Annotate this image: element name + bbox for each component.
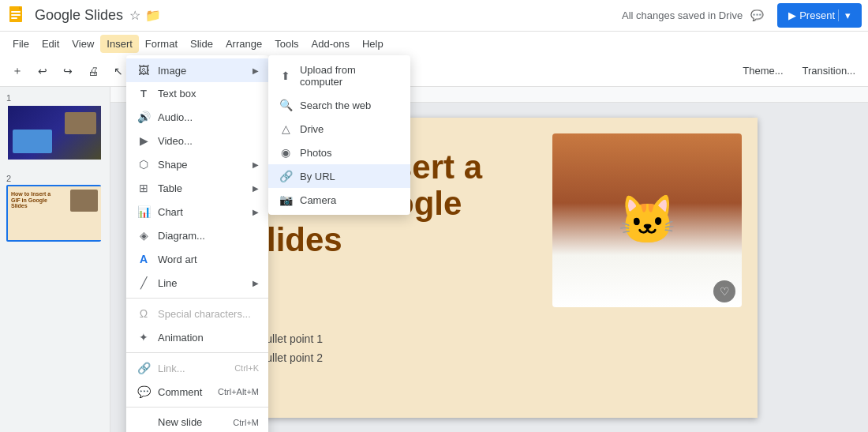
slide-num-2: 2 [6,174,103,183]
present-dropdown-arrow[interactable]: ▾ [838,9,851,21]
insert-specialchars-item: Ω Special characters... [126,302,268,325]
submenu-upload[interactable]: ⬆ Upload from computer [268,58,410,93]
upload-icon: ⬆ [278,69,294,82]
app-icon [6,5,28,27]
transition-button[interactable]: Transition... [796,62,862,80]
audio-icon: 🔊 [136,111,152,123]
comment-label: Comment [158,386,202,398]
chart-arrow-icon: ▶ [253,208,259,216]
menu-insert[interactable]: Insert [100,35,139,53]
insert-chart-item[interactable]: 📊 Chart ▶ [126,200,268,224]
link-icon: 🔗 [136,362,152,374]
app-title: Google Slides [35,7,123,24]
chart-icon: 📊 [136,205,152,218]
insert-image-item[interactable]: 🖼 Image ▶ [126,58,268,82]
title-action-icons: ☆ 📁 [129,8,161,23]
insert-video-item[interactable]: ▶ Video... [126,129,268,152]
present-button[interactable]: ▶ Present ▾ [777,3,862,28]
textbox-icon: T [136,88,152,100]
menu-edit[interactable]: Edit [36,35,65,53]
insert-dropdown-menu: 🖼 Image ▶ T Text box 🔊 Audio... ▶ Video.… [126,55,268,432]
insert-audio-item[interactable]: 🔊 Audio... [126,105,268,129]
photos-icon: ◉ [278,146,294,159]
photos-label: Photos [300,147,331,159]
theme-button[interactable]: Theme... [736,62,789,80]
star-icon[interactable]: ☆ [129,8,140,23]
bullet-text-2: Bullet point 2 [259,351,323,364]
image-arrow-icon: ▶ [253,66,259,75]
svg-rect-3 [11,14,21,16]
menu-format[interactable]: Format [139,35,184,53]
toolbar-redo[interactable]: ↪ [57,60,79,82]
table-icon: ⊞ [136,182,152,194]
menu-arrange[interactable]: Arrange [219,35,268,53]
slide-preview-2: How to Insert aGIF in GoogleSlides [8,186,101,240]
submenu-photos[interactable]: ◉ Photos [268,141,410,164]
bullet-text-1: Bullet point 1 [259,332,323,345]
slide-thumb-1[interactable] [6,104,101,161]
shape-icon: ⬡ [136,158,152,171]
insert-comment-item[interactable]: 💬 Comment Ctrl+Alt+M [126,380,268,404]
menu-separator-1 [126,298,268,299]
animation-icon: ✦ [136,331,152,344]
menu-separator-2 [126,352,268,353]
drive-label: Drive [300,123,324,135]
byurl-label: By URL [300,171,335,182]
insert-animation-item[interactable]: ✦ Animation [126,325,268,349]
video-icon: ▶ [136,134,152,147]
line-icon: ╱ [136,276,152,289]
insert-line-item[interactable]: ╱ Line ▶ [126,271,268,295]
submenu-camera[interactable]: 📷 Camera [268,188,410,212]
toolbar-add-button[interactable]: ＋ [6,60,28,82]
slides-panel: 1 2 How to Insert aGIF in GoogleSlides [0,87,110,432]
slide-num-1: 1 [6,93,103,103]
wordart-label: Word art [158,254,197,265]
present-label: Present [799,9,835,21]
diagram-icon: ◈ [136,229,152,242]
shape-label: Shape [158,159,188,171]
comment-shortcut: Ctrl+Alt+M [218,387,259,396]
insert-shape-item[interactable]: ⬡ Shape ▶ [126,152,268,176]
newslide-shortcut: Ctrl+M [233,418,259,427]
submenu-searchweb[interactable]: 🔍 Search the web [268,93,410,117]
comment-icon: 💬 [136,385,152,398]
newslide-label: New slide [158,416,202,428]
menu-addons[interactable]: Add-ons [305,35,356,53]
present-icon: ▶ [788,9,796,21]
toolbar-right: Theme... Transition... [736,62,862,80]
menu-bar: File Edit View Insert Format Slide Arran… [0,32,868,55]
comment-button[interactable]: 💬 [743,2,771,30]
table-arrow-icon: ▶ [253,184,259,193]
upload-label: Upload from computer [300,64,401,88]
shape-arrow-icon: ▶ [253,160,259,169]
searchweb-label: Search the web [300,100,371,111]
menu-slide[interactable]: Slide [184,35,219,53]
folder-icon[interactable]: 📁 [145,8,161,23]
svg-rect-4 [11,17,17,19]
toolbar-undo[interactable]: ↩ [32,60,54,82]
link-shortcut: Ctrl+K [234,363,259,373]
image-submenu: ⬆ Upload from computer 🔍 Search the web … [268,55,410,215]
insert-wordart-item[interactable]: A Word art [126,247,268,271]
specialchars-label: Special characters... [158,308,251,320]
submenu-byurl[interactable]: 🔗 By URL [268,164,410,188]
title-bar: Google Slides ☆ 📁 All changes saved in D… [0,0,868,32]
slide-preview-1 [8,106,101,160]
saved-status: All changes saved in Drive [622,9,743,21]
submenu-drive[interactable]: △ Drive [268,117,410,141]
insert-link-item: 🔗 Link... Ctrl+K [126,356,268,380]
toolbar-print[interactable]: 🖨 [82,60,104,82]
menu-tools[interactable]: Tools [268,35,305,53]
insert-table-item[interactable]: ⊞ Table ▶ [126,176,268,200]
menu-file[interactable]: File [6,35,36,53]
insert-textbox-item[interactable]: T Text box [126,82,268,105]
cat-image: 🐱 ♡ [552,133,742,307]
insert-diagram-item[interactable]: ◈ Diagram... [126,224,268,247]
slide-thumb-2[interactable]: How to Insert aGIF in GoogleSlides [6,185,101,242]
camera-icon: 📷 [278,193,294,206]
insert-newslide-item[interactable]: New slide Ctrl+M [126,411,268,432]
title-right-actions: 💬 ▶ Present ▾ [743,2,862,30]
menu-view[interactable]: View [65,35,100,53]
menu-help[interactable]: Help [356,35,390,53]
wordart-icon: A [136,253,152,265]
